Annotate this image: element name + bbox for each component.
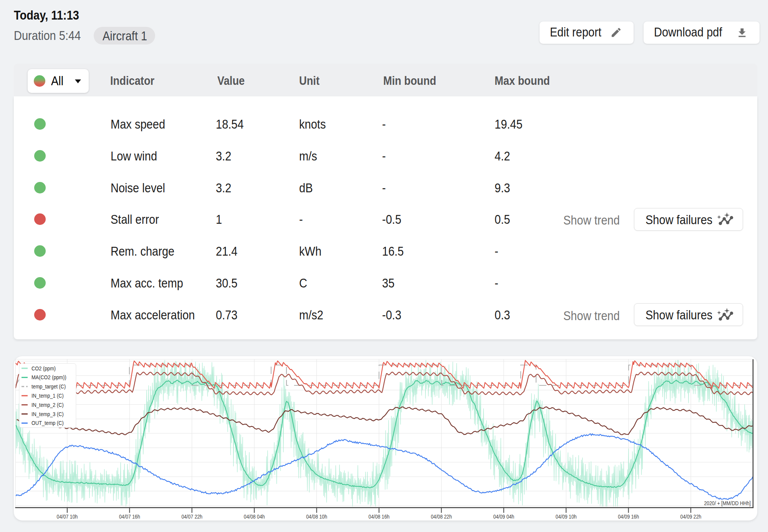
svg-text:temp_target (C): temp_target (C) bbox=[31, 383, 66, 390]
svg-text:04/09 10h: 04/09 10h bbox=[556, 514, 577, 520]
svg-text:04/08 16h: 04/08 16h bbox=[369, 514, 390, 520]
svg-text:04/08 04h: 04/08 04h bbox=[244, 514, 265, 520]
svg-text:04/07 22h: 04/07 22h bbox=[181, 514, 202, 520]
svg-text:IN_temp_2 (C): IN_temp_2 (C) bbox=[31, 402, 64, 408]
svg-text:MA(CO2 (ppm)): MA(CO2 (ppm)) bbox=[31, 374, 66, 380]
svg-text:04/09 16h: 04/09 16h bbox=[618, 514, 639, 520]
svg-text:04/07 16h: 04/07 16h bbox=[119, 514, 140, 520]
svg-text:04/08 22h: 04/08 22h bbox=[431, 514, 452, 520]
svg-text:OUT_temp (C): OUT_temp (C) bbox=[31, 420, 64, 426]
svg-text:CO2 (ppm): CO2 (ppm) bbox=[31, 365, 56, 372]
svg-text:04/08 10h: 04/08 10h bbox=[306, 514, 327, 520]
svg-text:IN_temp_3 (C): IN_temp_3 (C) bbox=[31, 411, 64, 417]
svg-text:04/09 22h: 04/09 22h bbox=[680, 514, 702, 520]
svg-text:04/07 10h: 04/07 10h bbox=[57, 514, 78, 520]
svg-text:IN_temp_1 (C): IN_temp_1 (C) bbox=[31, 393, 64, 399]
svg-text:2020/ + [MM/DD HHh]: 2020/ + [MM/DD HHh] bbox=[704, 500, 751, 506]
svg-text:04/09 04h: 04/09 04h bbox=[493, 514, 514, 520]
